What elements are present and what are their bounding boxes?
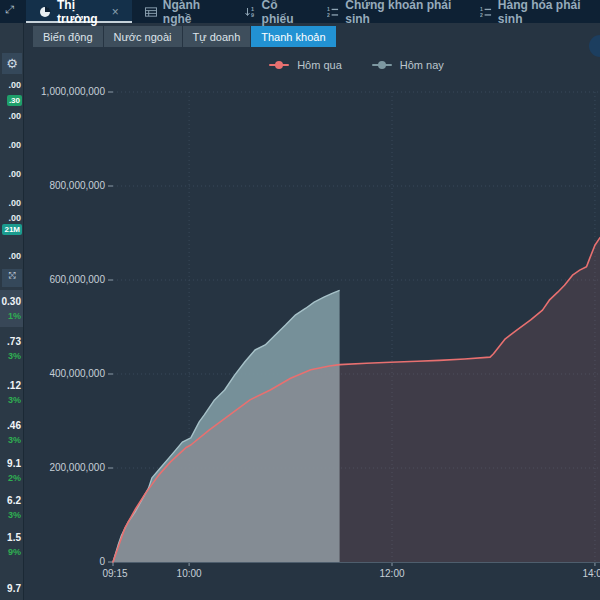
value-badge: 21M (2, 224, 22, 235)
gear-icon: ⚙ (6, 56, 18, 71)
svg-text:14:00: 14:00 (582, 568, 600, 579)
svg-text:800,000,000: 800,000,000 (49, 180, 105, 191)
truncated-value: .00 (8, 169, 21, 179)
index-change-percent: 2% (8, 473, 21, 483)
button-foreign[interactable]: Nước ngoài (104, 26, 182, 47)
numbered-list-icon: 12 (327, 6, 339, 18)
legend-label: Hôm qua (297, 59, 342, 71)
svg-text:600,000,000: 600,000,000 (49, 274, 105, 285)
expand-panel-button[interactable]: ⤢ ⤡ (2, 269, 22, 287)
index-value[interactable]: .46 (7, 420, 21, 431)
chart-legend: Hôm quaHôm nay (113, 59, 600, 71)
svg-text:200,000,000: 200,000,000 (49, 462, 105, 473)
tab-market[interactable]: Thị trường× (26, 0, 132, 23)
truncated-value: .00 (8, 213, 21, 223)
watchlist-panel-edge: ⚙.00.30.00.00.00.00.0021M.00 ⤢ ⤡ 0.301%.… (0, 23, 24, 600)
tab-label: Thị trường (57, 0, 103, 26)
legend-item[interactable]: Hôm nay (372, 59, 444, 71)
svg-text:0: 0 (99, 556, 105, 567)
tab-label: Ngành nghề (163, 0, 218, 26)
index-change-percent: 1% (8, 311, 21, 321)
index-change-percent: 3% (8, 395, 21, 405)
legend-marker-icon (269, 64, 289, 66)
index-value[interactable]: .12 (7, 380, 21, 391)
index-value[interactable]: 1.5 (7, 532, 21, 543)
pie-chart-icon (39, 6, 51, 18)
svg-text:400,000,000: 400,000,000 (49, 368, 105, 379)
truncated-value: .00 (8, 251, 21, 261)
tab-label: Chứng khoán phái sinh (345, 0, 454, 26)
index-value[interactable]: 9.1 (7, 458, 21, 469)
index-change-percent: 3% (8, 435, 21, 445)
index-value[interactable]: 9.7 (7, 583, 21, 594)
settings-button[interactable]: ⚙ (2, 53, 22, 74)
truncated-value: .00 (8, 198, 21, 208)
svg-text:1,000,000,000: 1,000,000,000 (41, 86, 105, 97)
chart-toolbar: Biến độngNước ngoàiTự doanhThanh khoản (24, 23, 600, 50)
legend-label: Hôm nay (400, 59, 444, 71)
svg-text:12:00: 12:00 (379, 568, 404, 579)
tab-stocks[interactable]: 19Cổ phiếu (231, 0, 315, 23)
svg-text:10:00: 10:00 (177, 568, 202, 579)
legend-marker-icon (372, 64, 392, 66)
index-value[interactable]: 0.30 (2, 296, 21, 307)
chart-view-switcher: Biến độngNước ngoàiTự doanhThanh khoản (33, 26, 337, 47)
truncated-value: .00 (8, 140, 21, 150)
svg-text:9: 9 (251, 12, 254, 18)
liquidity-chart: 0200,000,000400,000,000600,000,000800,00… (0, 0, 600, 600)
index-value[interactable]: 6.2 (7, 495, 21, 506)
button-liquidity[interactable]: Thanh khoản (251, 26, 335, 47)
index-change-percent: 3% (8, 351, 21, 361)
svg-text:09:15: 09:15 (102, 568, 127, 579)
numbered-list-icon: 12 (480, 6, 492, 18)
grid-list-icon (145, 6, 157, 18)
main-tab-bar: ⤢ Thị trường×Ngành nghề19Cổ phiếu12Chứng… (0, 0, 600, 23)
button-proprietary[interactable]: Tự doanh (183, 26, 251, 47)
legend-item[interactable]: Hôm qua (269, 59, 342, 71)
button-fluctuation[interactable]: Biến động (33, 26, 103, 47)
svg-text:2: 2 (327, 11, 330, 17)
index-change-percent: 3% (8, 510, 21, 520)
tab-industries[interactable]: Ngành nghề (132, 0, 231, 23)
svg-text:2: 2 (480, 11, 483, 17)
tab-label: Cổ phiếu (262, 0, 302, 26)
index-change-percent: 9% (8, 547, 21, 557)
window-expand-icon[interactable]: ⤢ (5, 4, 14, 15)
truncated-value: .00 (8, 111, 21, 121)
index-value[interactable]: .73 (7, 336, 21, 347)
close-tab-icon[interactable]: × (112, 5, 119, 19)
tab-commodity-derivatives[interactable]: 12Hàng hóa phái sinh (467, 0, 600, 23)
value-badge: .30 (7, 95, 22, 106)
tab-stock-derivatives[interactable]: 12Chứng khoán phái sinh (314, 0, 467, 23)
truncated-value: .00 (8, 80, 21, 90)
expand-arrows-icon: ⤡ (2, 270, 22, 281)
series-hom-qua-fill (113, 238, 600, 562)
main-tabs: Thị trường×Ngành nghề19Cổ phiếu12Chứng k… (26, 0, 600, 23)
tab-label: Hàng hóa phái sinh (498, 0, 587, 26)
sort-numeric-icon: 19 (244, 6, 256, 18)
